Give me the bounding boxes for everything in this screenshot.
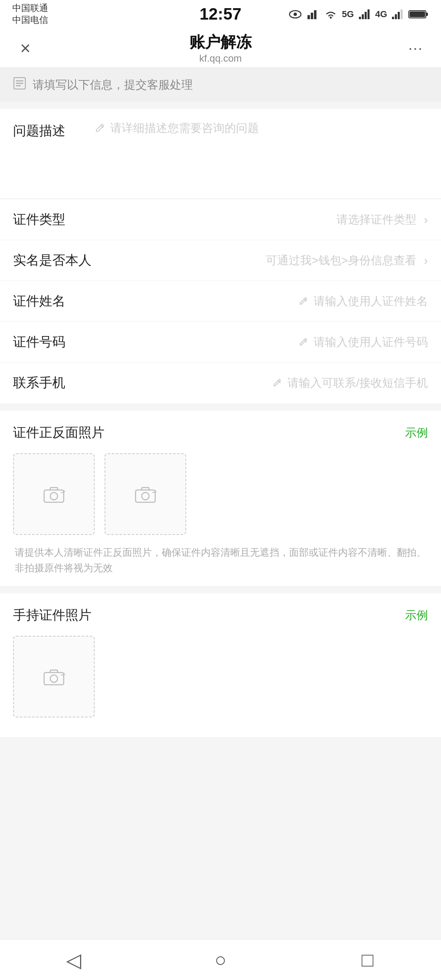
- signal2-icon: [359, 9, 370, 19]
- bottom-nav: ◁ ○ □: [0, 939, 441, 980]
- field-problem-description[interactable]: 问题描述 请详细描述您需要咨询的问题: [0, 109, 441, 199]
- svg-rect-15: [426, 13, 428, 16]
- svg-rect-33: [44, 673, 64, 685]
- camera-icon-3: +: [42, 667, 65, 686]
- carrier2: 中国电信: [12, 14, 48, 26]
- label-problem-description: 问题描述: [13, 120, 87, 140]
- svg-rect-2: [307, 15, 310, 19]
- wifi-icon: [325, 9, 337, 19]
- home-button[interactable]: ○: [204, 949, 237, 971]
- label-contact-phone: 联系手机: [13, 374, 87, 392]
- svg-rect-13: [401, 9, 403, 19]
- nav-bar: × 账户解冻 kf.qq.com ···: [0, 29, 441, 68]
- status-icons: 5G 4G: [288, 9, 429, 20]
- field-cert-number[interactable]: 证件号码 请输入使用人证件号码: [0, 322, 441, 363]
- battery-icon: [408, 9, 429, 20]
- cert-photo-section: 证件正反面照片 示例 + + 请提供本人清晰证件正反面照片，确保证件内容清晰且: [0, 411, 441, 586]
- edit-icon-cert-name: [299, 296, 310, 307]
- cert-photo-example[interactable]: 示例: [405, 425, 428, 441]
- svg-point-1: [294, 13, 297, 16]
- info-icon: [13, 77, 26, 93]
- svg-rect-29: [136, 490, 155, 502]
- svg-rect-10: [392, 17, 394, 19]
- value-cert-number: 请输入使用人证件号码: [87, 334, 428, 350]
- handheld-photo-section: 手持证件照片 示例 +: [0, 593, 441, 737]
- page-title: 账户解冻: [38, 32, 403, 53]
- label-is-real-name: 实名是否本人: [13, 252, 91, 270]
- value-cert-name: 请输入使用人证件姓名: [87, 294, 428, 309]
- close-button[interactable]: ×: [13, 38, 38, 58]
- handheld-photo-title: 手持证件照片: [13, 606, 91, 624]
- carrier1: 中国联通: [12, 2, 48, 14]
- cert-photo-header: 证件正反面照片 示例: [13, 424, 428, 442]
- more-button[interactable]: ···: [403, 40, 428, 57]
- cert-photo-title: 证件正反面照片: [13, 424, 105, 442]
- info-banner-text: 请填写以下信息，提交客服处理: [33, 77, 193, 93]
- svg-point-34: [50, 675, 58, 682]
- nav-title-group: 账户解冻 kf.qq.com: [38, 32, 403, 64]
- svg-rect-11: [395, 14, 397, 19]
- info-banner: 请填写以下信息，提交客服处理: [0, 68, 441, 102]
- svg-rect-9: [368, 9, 370, 19]
- value-contact-phone: 请输入可联系/接收短信手机: [87, 375, 428, 391]
- chevron-icon-cert-type: ›: [424, 213, 428, 227]
- svg-rect-12: [398, 12, 400, 19]
- field-cert-name[interactable]: 证件姓名 请输入使用人证件姓名: [0, 281, 441, 322]
- svg-rect-8: [365, 12, 367, 19]
- svg-rect-16: [410, 11, 425, 17]
- svg-text:+: +: [63, 671, 65, 677]
- svg-point-26: [50, 492, 58, 500]
- chevron-icon-real-name: ›: [424, 254, 428, 267]
- status-bar: 中国联通 中国电信 12:57 5G: [0, 0, 441, 29]
- field-contact-phone[interactable]: 联系手机 请输入可联系/接收短信手机: [0, 363, 441, 403]
- edit-icon-phone: [273, 378, 283, 388]
- field-is-real-name[interactable]: 实名是否本人 可通过我>钱包>身份信息查看 ›: [0, 240, 441, 281]
- label-cert-type: 证件类型: [13, 211, 87, 229]
- svg-rect-6: [359, 17, 361, 19]
- edit-icon-problem: [95, 122, 106, 134]
- field-cert-type[interactable]: 证件类型 请选择证件类型 ›: [0, 199, 441, 240]
- back-button[interactable]: ◁: [57, 949, 90, 971]
- cert-photo-upload-2[interactable]: +: [105, 453, 186, 535]
- signal-icon: [307, 9, 320, 19]
- svg-text:+: +: [154, 489, 157, 494]
- handheld-photo-upload-row: +: [13, 636, 428, 717]
- cert-photo-upload-row: + +: [13, 453, 428, 535]
- handheld-photo-example[interactable]: 示例: [405, 608, 428, 623]
- status-time: 12:57: [200, 5, 241, 23]
- 4g-icon: 4G: [375, 9, 387, 20]
- signal3-icon: [392, 9, 403, 19]
- svg-rect-7: [362, 14, 364, 19]
- cert-photo-upload-1[interactable]: +: [13, 453, 95, 535]
- svg-rect-4: [314, 10, 316, 19]
- recent-button[interactable]: □: [351, 949, 384, 971]
- edit-icon-cert-number: [299, 337, 310, 347]
- label-cert-name: 证件姓名: [13, 292, 87, 310]
- page-subtitle: kf.qq.com: [38, 53, 403, 64]
- section-gap-1: [0, 102, 441, 109]
- cert-photo-hint: 请提供本人清晰证件正反面照片，确保证件内容清晰且无遮挡，面部或证件内容不清晰、翻…: [13, 545, 428, 576]
- svg-rect-25: [44, 490, 64, 502]
- svg-rect-3: [311, 13, 313, 19]
- eye-icon: [288, 9, 303, 19]
- section-gap-3: [0, 586, 441, 593]
- form-card: 问题描述 请详细描述您需要咨询的问题 证件类型 请选择证件类型 › 实名是否本人…: [0, 109, 441, 403]
- value-cert-type: 请选择证件类型 ›: [87, 212, 428, 227]
- handheld-photo-header: 手持证件照片 示例: [13, 606, 428, 624]
- value-is-real-name: 可通过我>钱包>身份信息查看 ›: [91, 253, 428, 268]
- camera-icon-2: +: [134, 484, 157, 504]
- carrier-info: 中国联通 中国电信: [12, 2, 48, 26]
- camera-icon-1: +: [42, 484, 65, 504]
- placeholder-problem-description: 请详细描述您需要咨询的问题: [95, 120, 259, 136]
- handheld-photo-upload-1[interactable]: +: [13, 636, 95, 717]
- section-gap-2: [0, 403, 441, 411]
- bottom-spacer: [0, 737, 441, 786]
- svg-point-5: [330, 17, 332, 19]
- svg-point-30: [142, 492, 149, 500]
- label-cert-number: 证件号码: [13, 333, 87, 351]
- svg-text:+: +: [63, 489, 65, 494]
- 5g-icon: 5G: [342, 9, 354, 20]
